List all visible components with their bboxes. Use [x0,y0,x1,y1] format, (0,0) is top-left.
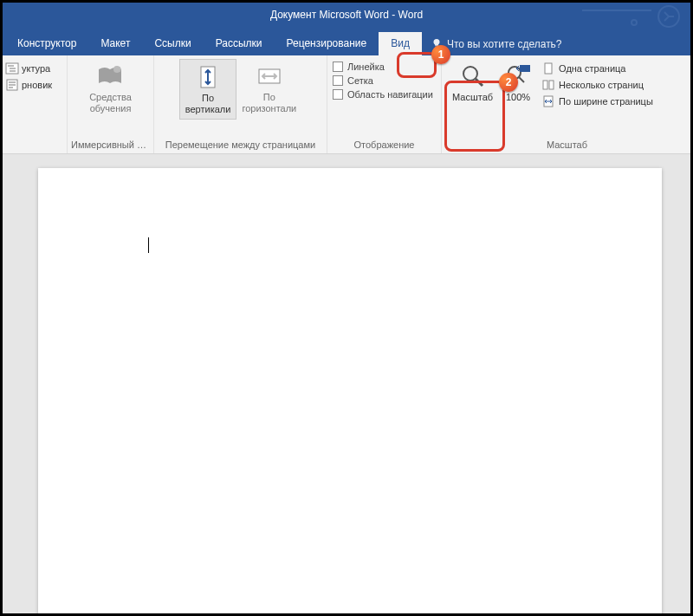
horizontal-pages-button[interactable]: По горизонтали [236,59,301,118]
svg-rect-18 [520,65,530,72]
checkbox-icon [333,89,343,100]
ruler-checkbox[interactable]: Линейка [333,61,433,73]
document-page[interactable] [38,168,662,616]
view-chernovik[interactable]: рновик [5,77,52,93]
page-width-icon [541,94,555,108]
group-immersive: Средства обучения Иммерсивный ре… [68,55,154,153]
tab-konstruktor[interactable]: Конструктор [5,32,88,55]
magnifier-icon [460,63,486,89]
learning-tools-button[interactable]: Средства обучения [84,59,137,118]
page-horizontal-icon [256,65,282,88]
group-show: Линейка Сетка Область навигации Отображе… [327,55,442,153]
one-page-button[interactable]: Одна страница [541,61,653,76]
checkbox-icon [333,75,343,86]
multi-page-button[interactable]: Несколько страниц [541,77,653,93]
svg-rect-19 [545,63,552,74]
svg-rect-20 [543,81,547,89]
window-title: Документ Microsoft Word - Word [270,9,423,21]
group-label-show: Отображение [327,138,441,153]
group-label-nav: Перемещение между страницами [154,138,327,153]
document-area[interactable] [0,154,693,616]
group-label-immersive: Иммерсивный ре… [68,138,153,153]
title-bar: Документ Microsoft Word - Word [0,0,693,29]
tab-review[interactable]: Рецензирование [275,32,379,55]
multi-page-icon [541,78,555,92]
svg-point-2 [631,20,637,25]
svg-line-17 [519,77,524,82]
draft-icon [5,78,19,92]
view-struktura[interactable]: уктура [5,61,52,76]
svg-point-14 [463,67,477,81]
annotation-badge-2: 2 [499,73,518,92]
tab-ssylki[interactable]: Ссылки [142,32,203,55]
vertical-pages-button[interactable]: По вертикали [179,59,237,120]
ribbon: уктура рновик Средства обучения Иммерсив… [0,55,693,154]
one-page-icon [541,62,555,75]
group-page-movement: По вертикали По горизонтали Перемещение … [154,55,327,153]
text-cursor [148,237,149,253]
annotation-badge-1: 1 [431,45,450,64]
ribbon-tabs: Конструктор Макет Ссылки Рассылки Реценз… [0,29,693,55]
tab-vid[interactable]: Вид [379,32,422,55]
gridlines-checkbox[interactable]: Сетка [333,75,433,87]
zoom-button[interactable]: Масштаб [447,59,498,107]
svg-line-15 [476,79,483,86]
view-mode-list: уктура рновик [5,59,52,93]
book-speaker-icon [96,64,124,88]
outline-icon [5,62,19,75]
group-zoom: Масштаб 100% Одна страница Несколько стр… [442,55,693,153]
group-label-zoom: Масштаб [442,138,692,153]
page-width-button[interactable]: По ширине страницы [541,94,653,109]
tell-me-label: Что вы хотите сделать? [447,38,562,50]
group-label-views [0,148,67,153]
tab-maket[interactable]: Макет [88,32,142,55]
navpane-checkbox[interactable]: Область навигации [333,88,433,101]
page-vertical-icon [197,64,219,90]
checkbox-icon [333,62,343,72]
tab-rassylki[interactable]: Рассылки [204,32,275,55]
svg-rect-21 [549,81,554,89]
watermark-decoration [582,3,686,29]
group-views-left: уктура рновик [0,55,68,153]
